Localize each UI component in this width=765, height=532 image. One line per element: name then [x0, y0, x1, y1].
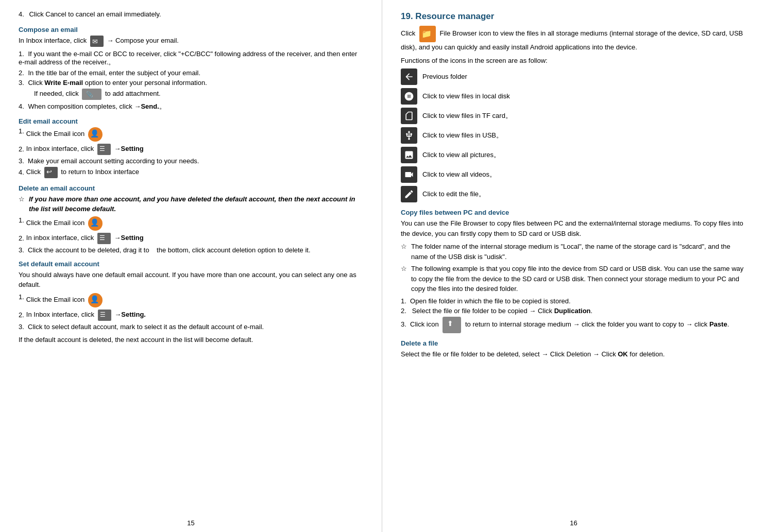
compose-step3: 3. Click Write E-mail option to enter yo…: [19, 79, 363, 87]
left-page: 4. Click Cancel to cancel an email immed…: [0, 0, 382, 532]
pictures-svg: [404, 150, 414, 160]
set-default-heading: Set default email account: [19, 260, 363, 268]
setdef-step3: 3. Click to select default account, mark…: [19, 323, 363, 331]
copy-files-heading: Copy files between PC and device: [401, 209, 746, 216]
pictures-label: Click to view all pictures。: [422, 150, 500, 160]
edit-step4: 4. Click to return to Inbox interface: [19, 167, 363, 178]
edit-file-label: Click to edit the file。: [422, 190, 485, 199]
delete-file-heading: Delete a file: [401, 339, 746, 347]
upload-icon-inline: [443, 317, 461, 333]
compose-step1: 1. If you want the e-mail CC or BCC to r…: [19, 50, 363, 67]
copy-note1-text: The folder name of the internal storage …: [411, 242, 746, 262]
settings-icon-setdef2: [98, 310, 111, 321]
right-page-number: 16: [401, 519, 746, 527]
copy-note1: ☆ The folder name of the internal storag…: [401, 242, 746, 262]
icon-pictures: Click to view all pictures。: [401, 147, 746, 163]
email-compose-icon: [90, 36, 104, 47]
cancel-text: Click Cancel to cancel an email immediat…: [29, 10, 161, 18]
right-page: 19. Resource manager Click File Browser …: [382, 0, 765, 532]
email-icon-del1: [88, 216, 103, 231]
videos-svg: [404, 169, 414, 180]
settings-icon-edit2: [97, 144, 111, 155]
compose-step4: 4. When composition completes, click →Se…: [19, 102, 363, 111]
edit-file-svg: [404, 189, 414, 199]
delete-note: ☆ If you have more than one account, and…: [19, 194, 363, 214]
delete-step3: 3. Click the account to be deleted, drag…: [19, 246, 363, 254]
usb-label: Click to view files in USB。: [422, 131, 503, 140]
setdef-step1: 1. Click the Email icon: [19, 293, 363, 307]
cancel-number: 4.: [19, 10, 24, 18]
compose-heading: Compose an email: [19, 26, 363, 33]
edit-step1: 1. Click the Email icon: [19, 127, 363, 142]
set-default-intro: You should always have one default email…: [19, 270, 363, 290]
usb-svg: [404, 130, 414, 141]
setdef-footer: If the default account is deleted, the n…: [19, 335, 363, 345]
copy-step1: 1. Open file folder in which the file to…: [401, 297, 746, 305]
tf-card-svg: [404, 111, 414, 121]
edit-email-heading: Edit email account: [19, 117, 363, 125]
videos-label: Click to view all videos。: [422, 170, 496, 179]
resource-manager-title: 19. Resource manager: [401, 11, 746, 22]
cancel-item: 4. Click Cancel to cancel an email immed…: [19, 9, 363, 20]
local-disk-icon-box: [401, 88, 417, 105]
delete-step1: 1. Click the Email icon: [19, 216, 363, 231]
attach-icon: [82, 89, 101, 100]
copy-step3: 3. Click icon to return to internal stor…: [401, 317, 746, 333]
compose-attach: If needed, click to add attachment.: [34, 89, 363, 100]
email-icon-edit1: [88, 127, 103, 142]
resource-intro: Click File Browser icon to view the file…: [401, 26, 746, 53]
prev-folder-label: Previous folder: [422, 72, 467, 81]
copy-files-text1: You can use the File Browser to copy fil…: [401, 218, 746, 238]
icon-videos: Click to view all videos。: [401, 166, 746, 183]
pictures-icon-box: [401, 147, 417, 163]
delete-email-heading: Delete an email account: [19, 184, 363, 192]
tf-card-label: Click to view files in TF card。: [422, 111, 512, 121]
delete-file-text: Select the file or file folder to be del…: [401, 349, 746, 359]
compose-step2: 2. In the title bar of the email, enter …: [19, 69, 363, 77]
copy-step2: 2. Select the file or file folder to be …: [401, 307, 746, 315]
copy-note2: ☆ The following example is that you copy…: [401, 264, 746, 294]
videos-icon-box: [401, 166, 417, 183]
file-browser-icon: [419, 26, 436, 42]
back-icon-edit4: [44, 167, 58, 178]
tf-card-icon-box: [401, 108, 417, 124]
usb-icon-box: [401, 127, 417, 144]
icon-local-disk: Click to view files in local disk: [401, 88, 746, 105]
email-icon-setdef1: [88, 293, 103, 307]
page-container: 4. Click Cancel to cancel an email immed…: [0, 0, 765, 532]
icon-usb: Click to view files in USB。: [401, 127, 746, 144]
icon-edit-file: Click to edit the file。: [401, 186, 746, 202]
icon-tf-card: Click to view files in TF card。: [401, 108, 746, 124]
icons-list: Previous folder Click to view files in l…: [401, 68, 746, 202]
settings-icon-del2: [97, 233, 111, 244]
edit-step2: 2. In inbox interface, click →Setting: [19, 144, 363, 155]
setdef-step2: 2. In Inbox interface, click →Setting.: [19, 310, 363, 321]
resource-intro3: Functions of the icons in the screen are…: [401, 56, 746, 66]
delete-step2: 2. In inbox interface, click →Setting: [19, 233, 363, 244]
local-disk-svg: [404, 91, 414, 101]
copy-note2-text: The following example is that you copy f…: [411, 264, 746, 294]
local-disk-label: Click to view files in local disk: [422, 92, 510, 101]
left-page-number: 15: [19, 519, 363, 527]
compose-intro: In Inbox interface, click → Compose your…: [19, 36, 363, 47]
edit-step3: 3. Make your email account setting accor…: [19, 157, 363, 165]
prev-folder-svg: [404, 72, 414, 82]
edit-file-icon-box: [401, 186, 417, 202]
prev-folder-icon-box: [401, 68, 417, 85]
icon-prev-folder: Previous folder: [401, 68, 746, 85]
